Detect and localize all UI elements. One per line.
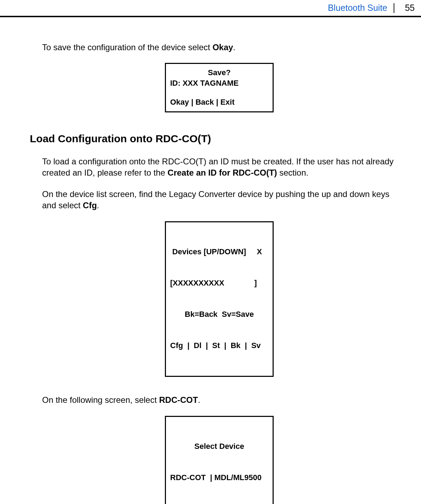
screen-devices: Devices [UP/DOWN] X [XXXXXXXXXX ] Bk=Bac… xyxy=(165,221,274,377)
screen-blank xyxy=(170,89,268,97)
paragraph-save-config: To save the configuration of the device … xyxy=(42,42,396,53)
screen-line: Save? xyxy=(170,67,268,78)
section-heading-load-config: Load Configuration onto RDC-CO(T) xyxy=(30,132,396,146)
screen-line: Okay | Back | Exit xyxy=(170,97,268,107)
page-header: Bluetooth Suite 55 xyxy=(0,0,421,17)
screen-line: Select Device xyxy=(170,441,268,452)
page-content: To save the configuration of the device … xyxy=(0,17,421,504)
screen-line: Bk=Back Sv=Save xyxy=(170,309,268,320)
screen-save: Save? ID: XXX TAGNAME Okay | Back | Exit xyxy=(165,63,274,112)
text-bold: Okay xyxy=(213,42,233,52)
text-bold: Create an ID for RDC-CO(T) xyxy=(168,168,277,177)
screen-line: ID: XXX TAGNAME xyxy=(170,78,268,89)
text-bold: RDC-COT xyxy=(159,395,198,405)
text: On the following screen, select xyxy=(42,395,159,405)
screen-line: RDC-COT | MDL/ML9500 xyxy=(170,472,268,483)
screen-line: Devices [UP/DOWN] X xyxy=(170,247,268,257)
paragraph-device-list: On the device list screen, find the Lega… xyxy=(42,189,396,211)
header-divider xyxy=(394,3,394,13)
paragraph-select-rdccot: On the following screen, select RDC-COT. xyxy=(42,394,396,406)
text: . xyxy=(97,201,99,210)
text: section. xyxy=(277,168,308,177)
header-page-number: 55 xyxy=(401,3,415,13)
text: . xyxy=(198,395,200,405)
screen-line: [XXXXXXXXXX ] xyxy=(170,278,268,288)
text-bold: Cfg xyxy=(83,201,97,210)
screen-line: Cfg | Dl | St | Bk | Sv xyxy=(170,340,268,351)
screen-select-device: Select Device RDC-COT | MDL/ML9500 RDC-C… xyxy=(165,416,274,504)
text: . xyxy=(233,42,235,52)
header-title: Bluetooth Suite xyxy=(328,3,387,13)
paragraph-load-intro: To load a configuration onto the RDC-CO(… xyxy=(42,156,396,179)
text: To save the configuration of the device … xyxy=(42,42,213,52)
